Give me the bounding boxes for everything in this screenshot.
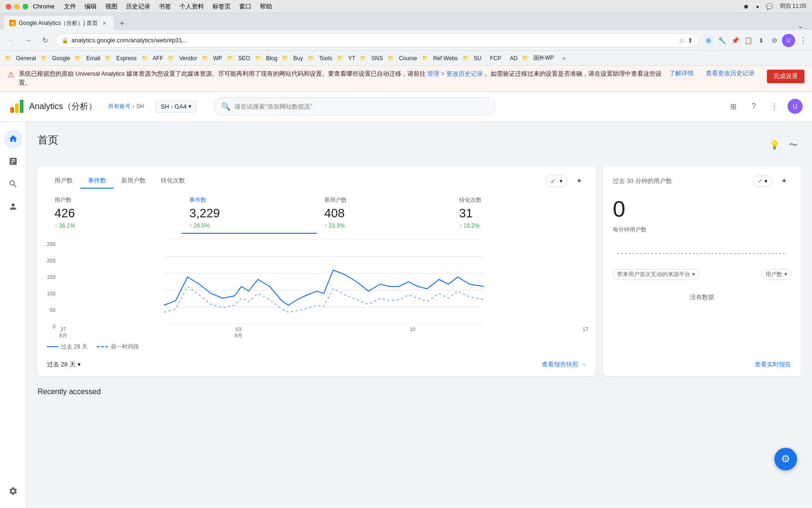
bookmark-seo[interactable]: SEO	[234, 54, 254, 63]
bookmark-wp[interactable]: WP	[210, 54, 226, 63]
floating-action-button[interactable]: ⚙	[774, 448, 797, 470]
bookmark-refwebs[interactable]: Ref Webs	[429, 54, 461, 63]
menu-window[interactable]: 窗口	[239, 2, 251, 11]
tab-label: Google Analytics（分析）| 首页	[19, 19, 98, 27]
reload-button[interactable]: ↻	[39, 34, 52, 47]
bookmark-folder-icon-14: 📁	[422, 55, 429, 61]
legend-current-line	[47, 346, 58, 347]
extension-icon-5[interactable]: ⬇	[756, 35, 767, 46]
source-platform-chip[interactable]: 带来用户首次互动的来源平台 ▾	[613, 269, 699, 280]
bookmark-folder-icon-15: 📁	[462, 55, 469, 61]
menu-bookmarks[interactable]: 书签	[159, 2, 171, 11]
bookmark-aff[interactable]: AFF	[149, 54, 167, 63]
bookmark-folder-icon-10: 📁	[308, 55, 314, 61]
help-icon[interactable]: ?	[746, 99, 761, 114]
tab-events[interactable]: 事件数	[80, 174, 114, 189]
bookmark-foreign-wp[interactable]: 国外WP	[530, 53, 557, 63]
bookmark-general[interactable]: General	[12, 54, 40, 63]
lightbulb-icon[interactable]: 💡	[767, 137, 782, 152]
sidebar-item-admin[interactable]	[4, 482, 23, 500]
bookmark-google[interactable]: Google	[48, 54, 74, 63]
sidebar-item-home[interactable]	[4, 129, 23, 148]
menu-tabs[interactable]: 标签页	[212, 2, 231, 11]
extension-icon-1[interactable]: ⊕	[703, 35, 714, 46]
back-button[interactable]: ←	[5, 34, 18, 47]
share-icon[interactable]: ⬆	[687, 37, 693, 44]
sidebar-item-reports[interactable]	[4, 152, 23, 171]
notif-history-link[interactable]: 查看更改历史记录	[706, 70, 755, 78]
search-icon: 🔍	[221, 102, 231, 111]
menu-profile[interactable]: 个人资料	[180, 2, 204, 11]
bookmark-email[interactable]: Email	[82, 54, 104, 63]
sidebar-item-advertising[interactable]	[4, 197, 23, 216]
date-range-button[interactable]: 过去 28 天 ▾	[47, 360, 81, 369]
address-bar[interactable]: 🔒 analytics.google.com/analytics/web/#p3…	[55, 33, 699, 48]
notification-text: 系统已根据您的原始 Universal Analytics 媒体资源为您设置了此…	[19, 70, 664, 87]
view-report-link[interactable]: 查看报告快照 →	[542, 360, 586, 369]
view-realtime-report-link[interactable]: 查看实时报告	[755, 361, 791, 368]
extension-icon-4[interactable]: 📋	[742, 35, 754, 46]
bookmark-course[interactable]: Course	[395, 54, 421, 63]
settings-icon[interactable]: ⋮	[767, 99, 782, 114]
y-100: 100	[45, 291, 55, 296]
ga-logo: Analytics（分析）	[9, 99, 97, 114]
tab-strip-menu[interactable]: ⌄	[797, 21, 804, 30]
apps-icon[interactable]: ⊞	[726, 99, 741, 114]
trending-icon[interactable]: 〜	[786, 137, 801, 152]
bookmark-sns[interactable]: SNS	[367, 54, 387, 63]
bookmark-vendor[interactable]: Vendor	[175, 54, 201, 63]
menu-file[interactable]: 文件	[64, 2, 76, 11]
bookmark-folder-icon-11: 📁	[337, 55, 344, 61]
extension-icon-2[interactable]: 🔧	[716, 35, 727, 46]
bookmark-star-icon[interactable]: ☆	[679, 37, 685, 44]
realtime-card: 过去 30 分钟的用户数 ✓ ▾ ✦ 0 每分钟用户数	[603, 166, 801, 376]
new-tab-button[interactable]: +	[116, 17, 129, 30]
bookmark-more[interactable]: »	[559, 54, 570, 63]
bookmark-fcp[interactable]: FCP	[486, 54, 505, 63]
realtime-flatline-svg	[613, 239, 791, 258]
realtime-sparkle-button[interactable]: ✦	[776, 174, 791, 189]
tab-new-users[interactable]: 新用户数	[114, 174, 153, 189]
extension-icon-6[interactable]: ⚙	[769, 35, 780, 46]
bookmark-ad[interactable]: AD	[506, 54, 522, 63]
tab-users[interactable]: 用户数	[47, 174, 80, 189]
notif-link-manage[interactable]: 管理 > 更改历史记录	[427, 71, 483, 77]
tab-close-button[interactable]: ✕	[101, 19, 108, 27]
menu-history[interactable]: 历史记录	[126, 2, 150, 11]
bookmark-blog[interactable]: Blog	[262, 54, 281, 63]
ga-property-selector[interactable]: SH - GA4 ▾	[156, 101, 197, 112]
ga-search-bar[interactable]: 🔍	[213, 97, 495, 115]
chart-area: 27 8月 03 9月 10	[59, 239, 588, 339]
ga-search-input[interactable]	[234, 103, 487, 110]
active-tab[interactable]: G Google Analytics（分析）| 首页 ✕	[4, 16, 114, 30]
chrome-profile-avatar[interactable]: U	[782, 34, 795, 47]
metric-filter-chip[interactable]: ✓ ▾	[545, 175, 568, 187]
sidebar-item-explore[interactable]	[4, 175, 23, 193]
y-0: 0	[45, 324, 55, 329]
bookmark-su[interactable]: SU	[470, 54, 485, 63]
add-comparison-button[interactable]: ✦	[571, 174, 586, 189]
notif-learn-more-link[interactable]: 了解详情	[669, 70, 694, 78]
bookmark-express[interactable]: Express	[112, 54, 140, 63]
notif-complete-setup-button[interactable]: 完成设置	[767, 70, 804, 83]
breadcrumb-all-accounts[interactable]: 所有账号	[108, 103, 131, 111]
bookmark-buy[interactable]: Buy	[289, 54, 307, 63]
close-button[interactable]	[6, 4, 11, 9]
chrome-app-label: Chrome	[33, 3, 55, 10]
bookmark-tools[interactable]: Tools	[315, 54, 336, 63]
user-avatar[interactable]: U	[788, 99, 803, 114]
toolbar-menu-icon[interactable]: ⋮	[799, 35, 807, 46]
traffic-lights[interactable]	[6, 4, 28, 9]
metric-events-change: ↑ 26.5%	[189, 222, 309, 229]
maximize-button[interactable]	[23, 4, 28, 9]
user-count-chip[interactable]: 用户数 ▾	[761, 269, 791, 280]
tab-conversions[interactable]: 转化次数	[153, 174, 193, 189]
realtime-filter-chip[interactable]: ✓ ▾	[753, 175, 773, 187]
bookmark-yt[interactable]: YT	[344, 54, 359, 63]
extension-icon-3[interactable]: 📌	[729, 35, 741, 46]
menu-help[interactable]: 帮助	[260, 2, 272, 11]
menu-view[interactable]: 视图	[105, 2, 117, 11]
minimize-button[interactable]	[14, 4, 20, 9]
menu-edit[interactable]: 编辑	[85, 2, 97, 11]
forward-button[interactable]: →	[22, 34, 35, 47]
